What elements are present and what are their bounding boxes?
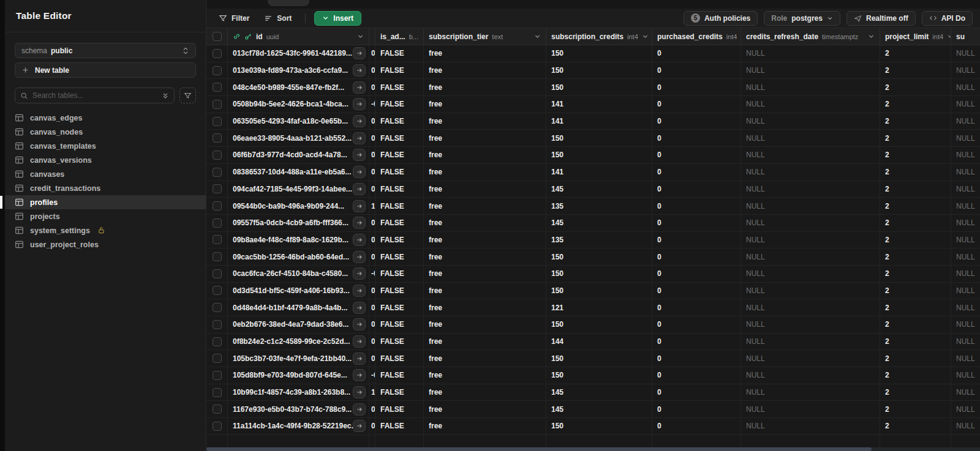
cell-clipped[interactable]: 0C [369,418,375,434]
cell-purchased-credits[interactable]: 0 [652,316,741,333]
cell-purchased-credits[interactable]: 0 [652,334,741,350]
cell-subscription-credits[interactable]: 145 [546,181,652,198]
row-checkbox[interactable] [213,404,222,414]
cell-credits-refresh-date[interactable]: NULL [741,350,880,367]
cell-project-limit[interactable]: 2 [880,367,951,384]
cell-id[interactable]: 013e039a-fd89-473a-a3c6-ccfa9... [228,62,369,79]
cell-project-limit[interactable]: 2 [880,248,951,265]
expand-row-button[interactable] [353,318,366,330]
cell-subscription-tier[interactable]: free [424,79,546,95]
cell-id[interactable]: 0f8b24e2-c1c2-4589-99ce-2c52d... [228,334,369,350]
row-checkbox[interactable] [213,337,222,346]
row-select-cell[interactable] [206,45,228,62]
expand-row-button[interactable] [353,234,366,246]
cell-su-clipped[interactable]: NULL [951,130,980,146]
cell-subscription-tier[interactable]: free [424,130,546,146]
cell-su-clipped[interactable]: NULL [951,384,980,401]
cell-purchased-credits[interactable]: 0 [652,232,741,248]
row-select-cell[interactable] [206,248,228,265]
cell-subscription-tier[interactable]: free [424,401,546,417]
cell-credits-refresh-date[interactable]: NULL [741,198,880,214]
cell-su-clipped[interactable]: NULL [951,248,980,265]
cell-clipped[interactable]: 0C [369,232,375,248]
expand-row-button[interactable] [353,267,366,280]
cell-project-limit[interactable]: 2 [880,283,951,299]
cell-project-limit[interactable]: 2 [880,198,951,214]
cell-su-clipped[interactable]: NULL [951,45,980,62]
cell-credits-refresh-date[interactable]: NULL [741,130,880,146]
cell-credits-refresh-date[interactable]: NULL [741,96,880,113]
cell-subscription-credits[interactable]: 150 [546,130,652,146]
row-checkbox[interactable] [213,286,222,295]
cell-subscription-credits[interactable]: 150 [546,45,652,62]
chevron-down-icon[interactable] [357,33,364,40]
cell-clipped[interactable]: 0C [369,62,375,79]
row-checkbox[interactable] [213,133,222,143]
row-checkbox[interactable] [213,100,222,109]
cell-id[interactable]: 105bc3b7-03fe-4e7f-9efa-21bb40... [228,350,369,367]
row-select-cell[interactable] [206,62,228,79]
cell-project-limit[interactable]: 2 [880,62,951,79]
new-table-button[interactable]: New table [15,62,196,78]
cell-subscription-tier[interactable]: free [424,62,546,79]
row-checkbox[interactable] [213,66,222,75]
row-checkbox[interactable] [213,49,222,58]
cell-id[interactable]: 06eaee33-8905-4aaa-b121-ab552... [228,130,369,146]
cell-id[interactable]: 105d8bf9-e703-49bd-807d-645e... [228,367,369,384]
cell-id[interactable]: 048c4e50-b989-455e-847e-fb2f... [228,79,369,95]
row-checkbox[interactable] [213,201,222,211]
row-checkbox[interactable] [213,151,222,160]
cell-id[interactable]: 0d48e4d4-b1bf-4479-9a8b-4a4b... [228,299,369,316]
cell-subscription-credits[interactable]: 141 [546,113,652,130]
cell-clipped[interactable]: 0C [369,147,375,163]
expand-row-button[interactable] [353,386,366,398]
row-select-cell[interactable] [206,334,228,350]
cell-id[interactable]: 09557f5a-0dcb-4cb9-a6fb-fff366... [228,215,369,231]
cell-credits-refresh-date[interactable]: NULL [741,283,880,299]
expand-row-button[interactable] [353,98,366,110]
cell-id[interactable]: 094caf42-7185-4e45-99f3-14abee... [228,181,369,198]
cell-credits-refresh-date[interactable]: NULL [741,232,880,248]
cell-credits-refresh-date[interactable]: NULL [741,181,880,198]
cell-subscription-credits[interactable]: 135 [546,198,652,214]
expand-row-button[interactable] [353,200,366,212]
row-select-cell[interactable] [206,164,228,181]
cell-purchased-credits[interactable]: 0 [652,96,741,113]
cell-purchased-credits[interactable]: 0 [652,62,741,79]
cell-purchased-credits[interactable]: 0 [652,147,741,163]
cell-is-admin[interactable]: FALSE [375,401,424,417]
cell-purchased-credits[interactable]: 0 [652,164,741,181]
cell-subscription-credits[interactable]: 145 [546,384,652,401]
cell-id[interactable]: 013cf78d-1625-43fc-9961-442189... [228,45,369,62]
row-select-cell[interactable] [206,283,228,299]
row-select-cell[interactable] [206,198,228,214]
cell-credits-refresh-date[interactable]: NULL [741,164,880,181]
sidebar-table-item[interactable]: system_settings [5,223,206,237]
cell-subscription-tier[interactable]: free [424,147,546,163]
cell-su-clipped[interactable]: NULL [951,181,980,198]
cell-id[interactable]: 09cac5bb-1256-46bd-ab60-64ed... [228,248,369,265]
expand-row-button[interactable] [353,302,366,314]
cell-is-admin[interactable]: FALSE [375,45,424,62]
cell-clipped[interactable]: 0 [369,350,375,367]
column-header-purchased-credits[interactable]: purchased_credits int4 [652,28,741,45]
cell-subscription-credits[interactable]: 135 [546,232,652,248]
row-select-cell[interactable] [206,418,228,434]
cell-is-admin[interactable]: FALSE [375,350,424,367]
cell-is-admin[interactable]: FALSE [375,418,424,434]
cell-project-limit[interactable]: 2 [880,215,951,231]
cell-subscription-tier[interactable]: free [424,96,546,113]
sidebar-table-item[interactable]: profiles [5,195,206,209]
cell-su-clipped[interactable]: NULL [951,418,980,434]
cell-project-limit[interactable]: 2 [880,266,951,282]
row-checkbox[interactable] [213,269,222,278]
cell-purchased-credits[interactable]: 0 [652,401,741,417]
row-select-cell[interactable] [206,367,228,384]
row-checkbox[interactable] [213,320,222,329]
cell-project-limit[interactable]: 2 [880,418,951,434]
cell-subscription-tier[interactable]: free [424,316,546,333]
cell-subscription-tier[interactable]: free [424,232,546,248]
cell-credits-refresh-date[interactable]: NULL [741,147,880,163]
cell-subscription-credits[interactable]: 150 [546,367,652,384]
cell-is-admin[interactable]: FALSE [375,147,424,163]
